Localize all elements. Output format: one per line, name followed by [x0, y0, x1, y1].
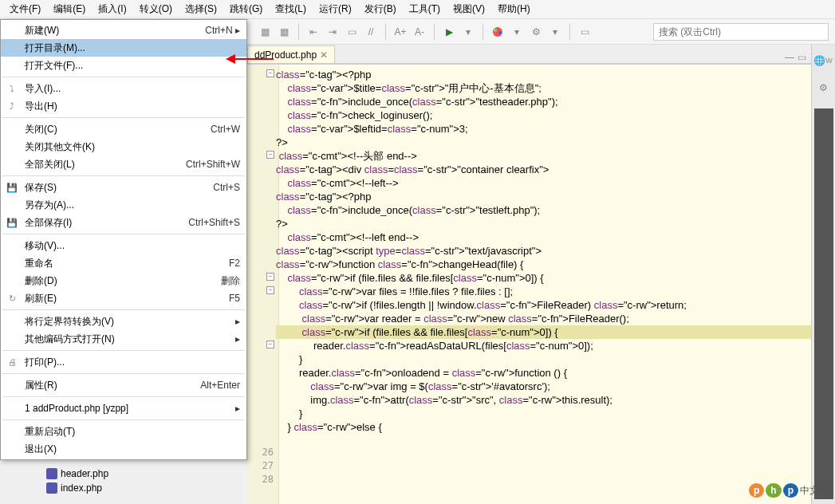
fold-icon[interactable]: − [266, 273, 274, 281]
menu-item[interactable]: 打开文件(F)... [1, 57, 246, 74]
toolbar-font-dec-icon[interactable]: A- [412, 24, 427, 40]
toolbar-separator [298, 24, 299, 40]
close-icon[interactable]: ✕ [320, 49, 328, 61]
toolbar-separator [482, 24, 483, 40]
menu-separator [2, 117, 245, 118]
svg-rect-5 [46, 468, 57, 479]
menu-item-shortcut: Ctrl+Shift+S [188, 217, 240, 228]
code-editor[interactable]: 26 27 28 − − − − − class="c-tag"><?php c… [247, 64, 811, 504]
menu-tools[interactable]: 工具(T) [403, 1, 447, 18]
toolbar-icon-5[interactable]: ▭ [344, 24, 360, 40]
toolbar-icon-3[interactable]: ⇤ [305, 24, 321, 40]
php-file-icon [46, 468, 57, 479]
code-content[interactable]: class="c-tag"><?php class="c-var">$title… [274, 68, 811, 434]
line-number: 28 [247, 473, 278, 486]
menu-item-label: 其他编码方式打开(N) [25, 333, 235, 346]
code-line: class="c-tag"><?php [276, 68, 811, 81]
menu-item[interactable]: 关闭(C)Ctrl+W [1, 120, 246, 138]
menu-item[interactable]: ⤴导出(H) [1, 97, 246, 115]
menu-item[interactable]: 打开目录(M)... [1, 39, 246, 57]
menu-item[interactable]: 其他编码方式打开(N)▸ [1, 330, 246, 348]
code-line: reader.class="c-fn">onloadend = class="c… [276, 366, 811, 380]
toolbar-separator [569, 24, 570, 40]
tree-item-index[interactable]: index.php [32, 481, 239, 495]
menu-item[interactable]: 💾保存(S)Ctrl+S [1, 179, 246, 196]
menu-item-shortcut: Ctrl+S [213, 182, 240, 193]
right-panel: 🌐 W ⚙ [811, 45, 835, 504]
chevron-down-icon[interactable]: ▾ [547, 24, 563, 40]
toolbar-icon-4[interactable]: ⇥ [325, 24, 341, 40]
menu-help[interactable]: 帮助(H) [491, 1, 537, 18]
menu-run[interactable]: 运行(R) [313, 1, 358, 18]
tree-item-label: header.php [61, 468, 108, 479]
menu-item-label: 1 addProduct.php [yzpp] [25, 403, 235, 414]
tree-item-header[interactable]: header.php [32, 467, 239, 481]
toolbar-font-inc-icon[interactable]: A+ [392, 24, 408, 40]
toolbar-icon-1[interactable]: ▦ [257, 24, 273, 40]
toolbar-icon-2[interactable]: ▦ [276, 24, 292, 40]
line-number: 26 [247, 446, 278, 459]
menu-file[interactable]: 文件(F) [3, 1, 47, 18]
menu-item[interactable]: 🖨打印(P)... [1, 353, 246, 371]
menu-item[interactable]: 移动(V)... [1, 237, 246, 254]
tree-item-label: index.php [61, 482, 102, 494]
code-line: img.class="c-fn">attr(class="c-str">"src… [276, 393, 811, 407]
toolbar-palette-icon[interactable] [490, 24, 506, 40]
menu-item[interactable]: 属性(R)Alt+Enter [1, 376, 246, 394]
menu-item-label: 关闭(C) [25, 123, 211, 136]
menu-separator [2, 350, 245, 351]
menu-item[interactable]: 新建(W)Ctrl+N ▸ [1, 22, 246, 39]
menu-find[interactable]: 查找(L) [269, 1, 313, 18]
menu-item-label: 重新启动(T) [25, 425, 240, 439]
fold-icon[interactable]: − [266, 341, 274, 348]
menu-item[interactable]: 将行定界符转换为(V)▸ [1, 313, 246, 330]
menu-item-label: 全部保存(I) [25, 216, 188, 230]
menu-item-label: 退出(X) [25, 443, 240, 456]
menu-item-icon: 🖨 [6, 356, 18, 368]
minimap[interactable] [814, 108, 833, 499]
toolbar-gear-icon[interactable]: ⚙ [528, 24, 544, 40]
menu-view[interactable]: 视图(V) [447, 1, 491, 18]
code-line: class="c-rw">var reader = class="c-rw">n… [276, 312, 811, 325]
globe-icon[interactable]: 🌐 W [812, 49, 834, 72]
toolbar-icon-6[interactable]: // [363, 24, 379, 40]
code-line: class="c-rw">var img = $(class="c-str">'… [276, 380, 811, 393]
menu-item[interactable]: 关闭其他文件(K) [1, 138, 246, 156]
code-line: } [276, 352, 811, 366]
search-input[interactable] [653, 23, 829, 41]
menu-item[interactable]: 重新启动(T) [1, 423, 246, 440]
fold-icon[interactable]: − [266, 151, 274, 159]
tab-maximize-icon[interactable]: ▭ [798, 52, 806, 63]
menu-item-label: 另存为(A)... [25, 199, 240, 212]
menu-item[interactable]: 删除(D)删除 [1, 272, 246, 289]
menu-item[interactable]: ↻刷新(E)F5 [1, 289, 246, 307]
code-line: class="c-fn">include_once(class="c-str">… [276, 95, 811, 108]
menu-select[interactable]: 选择(S) [179, 1, 223, 18]
menu-publish[interactable]: 发行(B) [358, 1, 403, 18]
menu-item-shortcut: ▸ [235, 333, 240, 345]
menu-item[interactable]: 重命名F2 [1, 254, 246, 272]
menu-item[interactable]: 💾全部保存(I)Ctrl+Shift+S [1, 214, 246, 231]
tab-minimize-icon[interactable]: — [785, 52, 794, 63]
menu-goto[interactable]: 跳转(G) [223, 1, 269, 18]
chevron-down-icon[interactable]: ▾ [509, 24, 525, 40]
menu-item[interactable]: ⤵导入(I)... [1, 80, 246, 97]
menu-item[interactable]: 全部关闭(L)Ctrl+Shift+W [1, 156, 246, 173]
menu-item[interactable]: 1 addProduct.php [yzpp]▸ [1, 400, 246, 417]
toolbar-window-icon[interactable]: ▭ [577, 24, 593, 40]
gear-icon[interactable]: ⚙ [812, 77, 834, 99]
menu-escape[interactable]: 转义(O) [133, 1, 179, 18]
menu-item-shortcut: Ctrl+N ▸ [205, 25, 240, 36]
menu-item[interactable]: 退出(X) [1, 440, 246, 458]
svg-point-1 [494, 29, 497, 32]
menu-edit[interactable]: 编辑(E) [47, 1, 92, 18]
menu-insert[interactable]: 插入(I) [92, 1, 132, 18]
chevron-down-icon[interactable]: ▾ [460, 24, 476, 40]
fold-icon[interactable]: − [266, 286, 274, 294]
menu-item-shortcut: Ctrl+Shift+W [186, 159, 240, 170]
code-line: class="c-rw">var files = !!file.files ? … [276, 285, 811, 298]
toolbar-run-icon[interactable]: ▶ [441, 24, 457, 40]
code-line: class="c-rw">if (file.files && file.file… [276, 325, 811, 339]
fold-icon[interactable]: − [266, 69, 274, 77]
menu-item[interactable]: 另存为(A)... [1, 196, 246, 214]
